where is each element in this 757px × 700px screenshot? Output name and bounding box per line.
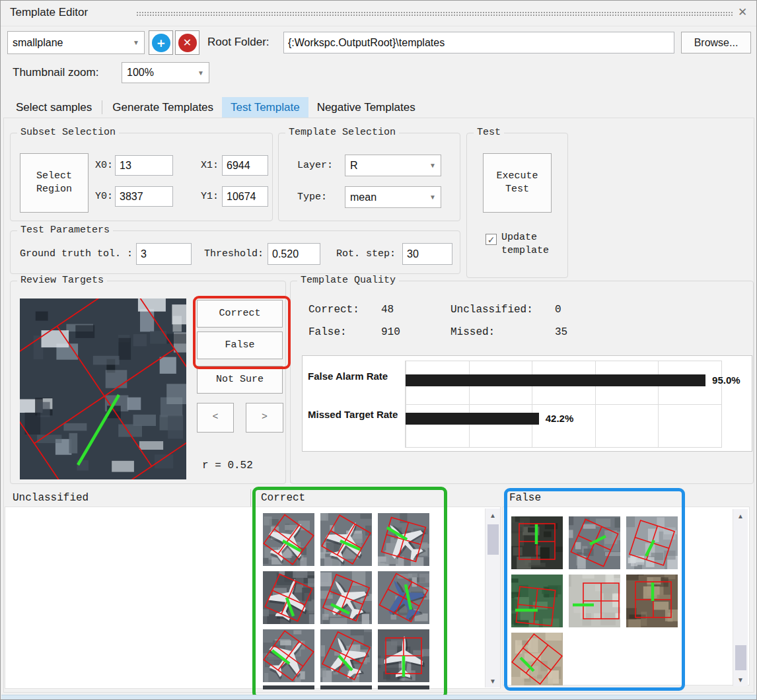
type-combo[interactable]: mean ▼ xyxy=(345,186,441,208)
prev-target-button[interactable]: < xyxy=(197,403,234,433)
add-template-button[interactable]: ＋ xyxy=(149,30,173,55)
template-editor-window: Template Editor ✕ smallplane ▼ ＋ ✕ Root … xyxy=(0,0,757,700)
correct-thumbnail-partial[interactable] xyxy=(378,685,429,689)
correct-thumbnail[interactable] xyxy=(320,571,372,624)
false-count-label: False: xyxy=(308,326,347,338)
false-thumbnail[interactable] xyxy=(511,575,563,627)
correct-thumbnail-partial[interactable] xyxy=(320,685,372,689)
correct-count-value: 48 xyxy=(381,304,394,316)
template-name-combo[interactable]: smallplane ▼ xyxy=(7,31,145,54)
select-region-button[interactable]: Select Region xyxy=(20,153,89,213)
tab-test-template[interactable]: Test Template xyxy=(222,97,308,118)
template-selection-title: Template Selection xyxy=(285,127,399,138)
false-panel-title: False xyxy=(509,492,541,504)
browse-button[interactable]: Browse... xyxy=(681,32,751,53)
template-quality-group: Template Quality Correct: 48 Unclassifie… xyxy=(290,281,754,484)
scroll-down-icon[interactable]: ▼ xyxy=(733,673,748,686)
chevron-down-icon: ▼ xyxy=(193,69,209,77)
update-template-checkbox[interactable]: ✓ xyxy=(486,234,497,245)
chart-value-false-alarm-rate: 95.0% xyxy=(712,374,740,386)
thumbnail-zoom-combo[interactable]: 100% ▼ xyxy=(122,62,209,83)
tab-select-samples[interactable]: Select samples xyxy=(7,97,100,118)
y1-label: Y1: xyxy=(201,191,219,202)
review-targets-title: Review Targets xyxy=(17,275,107,286)
false-thumbnail[interactable] xyxy=(569,516,620,569)
tab-bar: Select samples Generate Templates Test T… xyxy=(7,97,424,118)
tab-negative-templates[interactable]: Negative Templates xyxy=(308,97,424,118)
x1-label: X1: xyxy=(201,160,219,171)
threshold-input[interactable] xyxy=(268,243,320,265)
titlebar-drag-dots xyxy=(136,11,733,17)
missed-count-label: Missed: xyxy=(451,326,495,338)
x1-input[interactable] xyxy=(222,155,268,176)
scroll-up-icon[interactable]: ▲ xyxy=(486,508,500,522)
correct-thumbnail[interactable] xyxy=(378,571,429,624)
rot-step-label: Rot. step: xyxy=(336,248,396,260)
x0-label: X0: xyxy=(95,160,113,171)
ground-truth-tol-input[interactable] xyxy=(136,243,192,265)
delete-template-button[interactable]: ✕ xyxy=(175,30,199,55)
correct-thumbnail[interactable] xyxy=(263,571,314,624)
y0-input[interactable] xyxy=(115,186,173,207)
root-folder-input[interactable] xyxy=(283,32,674,53)
type-label: Type: xyxy=(297,192,327,203)
false-thumbnail[interactable] xyxy=(511,633,563,685)
x0-input[interactable] xyxy=(115,155,173,176)
test-group-title: Test xyxy=(474,127,504,138)
review-target-image xyxy=(20,298,186,479)
review-targets-group: Review Targets Correct False Not Sure < … xyxy=(10,281,286,484)
execute-test-button[interactable]: Execute Test xyxy=(483,153,552,213)
chevron-down-icon: ▼ xyxy=(425,193,441,201)
titlebar-divider xyxy=(1,26,757,26)
correct-thumbnail[interactable] xyxy=(320,629,372,682)
false-list-scrollbar[interactable]: ▲ ▼ xyxy=(733,509,748,686)
thumbnail-zoom-label: Thumbnail zoom: xyxy=(13,66,98,79)
test-group: Test Execute Test ✓ Update template xyxy=(466,133,568,278)
scroll-down-icon[interactable]: ▼ xyxy=(486,674,500,687)
correct-thumbnail[interactable] xyxy=(378,513,429,566)
layer-label: Layer: xyxy=(297,160,333,171)
correct-thumbnail-partial[interactable] xyxy=(263,685,314,689)
template-selection-group: Template Selection Layer: R ▼ Type: mean… xyxy=(278,133,460,221)
unclassified-count-label: Unclassified: xyxy=(451,304,533,316)
correct-list-scrollbar[interactable]: ▲ ▼ xyxy=(485,508,500,687)
correct-thumbnail[interactable] xyxy=(263,513,314,566)
y1-input[interactable] xyxy=(222,186,268,207)
scrollbar-thumb[interactable] xyxy=(735,645,746,670)
correct-thumbnail[interactable] xyxy=(320,513,372,566)
false-thumbnail[interactable] xyxy=(511,516,563,569)
chart-plot-area: 95.0% 42.2% xyxy=(405,361,722,448)
rot-step-input[interactable] xyxy=(402,243,452,265)
next-target-button[interactable]: > xyxy=(246,403,283,433)
false-thumbnail[interactable] xyxy=(626,575,678,627)
chart-bar-missed-target-rate xyxy=(406,413,539,425)
scrollbar-thumb[interactable] xyxy=(487,524,499,555)
ground-truth-tol-label: Ground truth tol. : xyxy=(20,248,133,260)
correct-thumbnail[interactable] xyxy=(378,629,429,682)
classify-correct-button[interactable]: Correct xyxy=(197,300,283,328)
false-list xyxy=(503,507,750,685)
false-thumbnail[interactable] xyxy=(569,575,620,627)
missed-count-value: 35 xyxy=(555,326,567,338)
classify-not-sure-button[interactable]: Not Sure xyxy=(197,366,283,394)
chart-bar-false-alarm-rate xyxy=(406,374,705,386)
layer-combo[interactable]: R ▼ xyxy=(345,155,441,176)
delete-x-icon: ✕ xyxy=(178,34,197,52)
unclassified-correct-list xyxy=(5,507,501,689)
chart-value-missed-target-rate: 42.2% xyxy=(546,413,574,425)
false-count-value: 910 xyxy=(381,326,400,338)
close-icon[interactable]: ✕ xyxy=(738,5,747,19)
y0-label: Y0: xyxy=(95,191,113,202)
test-parameters-group: Test Parameters Ground truth tol. : Thre… xyxy=(10,230,460,274)
false-thumbnail[interactable] xyxy=(626,516,678,569)
layer-combo-value: R xyxy=(345,160,425,172)
root-folder-label: Root Folder: xyxy=(207,36,270,49)
classify-false-button[interactable]: False xyxy=(197,332,283,359)
tab-generate-templates[interactable]: Generate Templates xyxy=(104,97,222,118)
correct-thumbnail[interactable] xyxy=(263,629,314,682)
scroll-up-icon[interactable]: ▲ xyxy=(733,509,748,522)
subset-selection-group: Subset Selection Select Region X0: X1: Y… xyxy=(10,133,273,221)
type-combo-value: mean xyxy=(345,192,425,203)
update-template-label: Update template xyxy=(501,231,549,257)
threshold-label: Threshold: xyxy=(204,248,264,260)
